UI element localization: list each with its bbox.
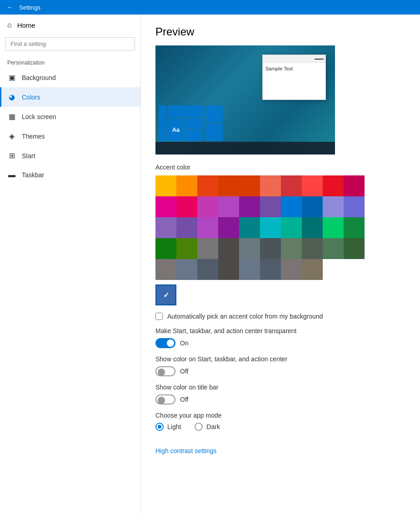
- transparent-toggle-row: On: [155, 338, 405, 348]
- color-swatch[interactable]: [197, 175, 218, 196]
- show-color-start-toggle[interactable]: [155, 366, 175, 376]
- color-swatch[interactable]: [323, 238, 344, 259]
- auto-pick-label[interactable]: Automatically pick an accent color from …: [167, 313, 323, 320]
- color-swatch[interactable]: [176, 175, 197, 196]
- color-swatch[interactable]: [344, 196, 365, 217]
- color-swatch[interactable]: [323, 175, 344, 196]
- color-swatch[interactable]: [281, 196, 302, 217]
- color-swatch[interactable]: [155, 175, 176, 196]
- sidebar-item-lockscreen[interactable]: ▦ Lock screen: [0, 107, 140, 126]
- app-mode-label: Choose your app mode: [155, 412, 405, 419]
- color-swatch[interactable]: [323, 196, 344, 217]
- color-swatch[interactable]: [155, 196, 176, 217]
- color-swatch[interactable]: [260, 217, 281, 238]
- lockscreen-icon: ▦: [7, 112, 16, 121]
- preview-tile-sm1: [185, 118, 203, 129]
- show-color-title-label: Show color on title bar: [155, 384, 405, 391]
- color-swatch[interactable]: [260, 175, 281, 196]
- search-input[interactable]: [5, 37, 135, 50]
- preview-window-body: Sample Text: [263, 63, 325, 74]
- high-contrast-link[interactable]: High contrast settings: [155, 447, 217, 454]
- preview-desktop: Aa: [155, 45, 335, 155]
- sidebar-home[interactable]: ⌂ Home: [0, 15, 140, 35]
- color-swatch[interactable]: [197, 238, 218, 259]
- color-swatch[interactable]: [281, 259, 302, 280]
- color-swatch[interactable]: [155, 259, 176, 280]
- color-swatch[interactable]: [281, 175, 302, 196]
- preview-tile-sidebar: [159, 105, 166, 142]
- sidebar-item-themes[interactable]: ◈ Themes: [0, 126, 140, 146]
- themes-icon: ◈: [7, 132, 16, 140]
- color-grid: [155, 175, 405, 280]
- preview-tile-aa: Aa: [167, 118, 185, 141]
- preview-window-minimize: [315, 59, 324, 60]
- color-swatch[interactable]: [176, 238, 197, 259]
- radio-option-dark[interactable]: Dark: [195, 423, 220, 431]
- home-icon: ⌂: [7, 21, 12, 29]
- radio-option-light[interactable]: Light: [155, 423, 181, 431]
- color-swatch[interactable]: [218, 196, 239, 217]
- sidebar-item-label-taskbar: Taskbar: [22, 171, 44, 179]
- color-swatch[interactable]: [176, 217, 197, 238]
- custom-color-swatch[interactable]: [155, 284, 176, 305]
- color-swatch[interactable]: [302, 259, 323, 280]
- color-swatch[interactable]: [239, 238, 260, 259]
- show-color-title-toggle[interactable]: [155, 394, 175, 404]
- radio-circle-light: [155, 423, 164, 431]
- color-swatch[interactable]: [344, 175, 365, 196]
- preview-tiles: Aa: [159, 105, 223, 142]
- preview-window: Sample Text: [262, 55, 326, 100]
- color-swatch[interactable]: [176, 259, 197, 280]
- color-swatch[interactable]: [344, 238, 365, 259]
- title-bar: ← Settings: [0, 0, 420, 15]
- transparent-toggle[interactable]: [155, 338, 175, 348]
- color-swatch[interactable]: [344, 217, 365, 238]
- color-swatch[interactable]: [239, 196, 260, 217]
- sidebar-item-background[interactable]: ▣ Background: [0, 68, 140, 87]
- color-swatch[interactable]: [239, 175, 260, 196]
- color-swatch[interactable]: [302, 175, 323, 196]
- color-swatch[interactable]: [197, 217, 218, 238]
- preview-sample-text: Sample Text: [265, 66, 293, 71]
- accent-color-label: Accent color: [155, 164, 405, 171]
- color-swatch[interactable]: [302, 238, 323, 259]
- color-swatch[interactable]: [218, 175, 239, 196]
- color-swatch[interactable]: [281, 238, 302, 259]
- sidebar-item-colors[interactable]: ◕ Colors: [0, 87, 140, 107]
- color-swatch[interactable]: [197, 196, 218, 217]
- preview-tile-sm2: [185, 130, 203, 141]
- sidebar: ⌂ Home Personalization ▣ Background ◕ Co…: [0, 15, 141, 514]
- sidebar-section-title: Personalization: [0, 56, 140, 68]
- show-color-title-state: Off: [180, 396, 188, 403]
- color-swatch[interactable]: [197, 259, 218, 280]
- sidebar-item-start[interactable]: ⊞ Start: [0, 146, 140, 165]
- color-swatch[interactable]: [218, 217, 239, 238]
- color-swatch[interactable]: [281, 217, 302, 238]
- color-swatch[interactable]: [260, 259, 281, 280]
- sidebar-item-label-colors: Colors: [22, 94, 40, 101]
- color-swatch[interactable]: [260, 196, 281, 217]
- preview-tile-sq1: [205, 105, 223, 123]
- preview-container: Aa: [155, 45, 335, 155]
- auto-pick-checkbox-row: Automatically pick an accent color from …: [155, 313, 405, 320]
- auto-pick-checkbox[interactable]: [155, 313, 163, 320]
- color-swatch[interactable]: [176, 196, 197, 217]
- sidebar-item-taskbar[interactable]: ▬ Taskbar: [0, 165, 140, 185]
- main-content: Preview Aa: [141, 15, 420, 514]
- preview-tile-sq2: [205, 124, 223, 141]
- color-swatch[interactable]: [323, 217, 344, 238]
- show-color-start-label: Show color on Start, taskbar, and action…: [155, 355, 405, 363]
- color-swatch[interactable]: [302, 196, 323, 217]
- color-swatch[interactable]: [155, 217, 176, 238]
- color-swatch[interactable]: [218, 259, 239, 280]
- color-swatch[interactable]: [218, 238, 239, 259]
- back-button[interactable]: ←: [5, 2, 15, 13]
- color-swatch[interactable]: [302, 217, 323, 238]
- color-swatch[interactable]: [260, 238, 281, 259]
- color-swatch[interactable]: [239, 217, 260, 238]
- color-swatch[interactable]: [239, 259, 260, 280]
- show-color-title-knob: [158, 397, 165, 404]
- radio-label-light: Light: [167, 423, 181, 430]
- color-swatch[interactable]: [155, 238, 176, 259]
- colors-icon: ◕: [7, 93, 16, 101]
